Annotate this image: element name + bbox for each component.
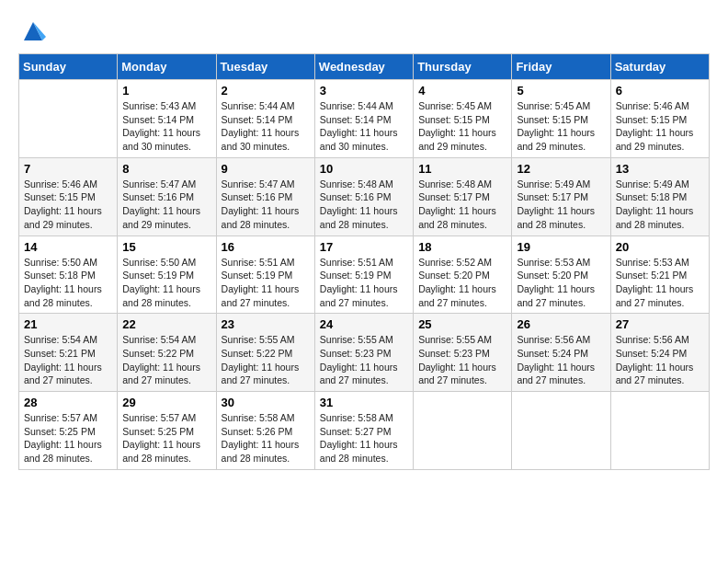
day-info: Sunrise: 5:47 AM Sunset: 5:16 PM Dayligh…: [222, 178, 310, 232]
day-number: 2: [222, 84, 310, 98]
day-info: Sunrise: 5:46 AM Sunset: 5:15 PM Dayligh…: [24, 178, 112, 232]
day-info: Sunrise: 5:57 AM Sunset: 5:25 PM Dayligh…: [24, 411, 112, 465]
day-number: 3: [320, 84, 408, 98]
calendar-cell: 27Sunrise: 5:56 AM Sunset: 5:24 PM Dayli…: [610, 314, 709, 392]
day-number: 13: [616, 162, 704, 176]
calendar-cell: 4Sunrise: 5:45 AM Sunset: 5:15 PM Daylig…: [414, 80, 512, 158]
calendar-cell: 29Sunrise: 5:57 AM Sunset: 5:25 PM Dayli…: [118, 392, 216, 470]
day-info: Sunrise: 5:48 AM Sunset: 5:17 PM Dayligh…: [418, 178, 506, 232]
header-saturday: Saturday: [610, 54, 709, 80]
day-info: Sunrise: 5:45 AM Sunset: 5:15 PM Dayligh…: [517, 99, 605, 154]
day-info: Sunrise: 5:49 AM Sunset: 5:17 PM Dayligh…: [517, 178, 605, 232]
day-number: 29: [122, 396, 210, 409]
day-number: 24: [320, 317, 408, 331]
header-monday: Monday: [118, 54, 216, 80]
calendar-cell: 18Sunrise: 5:52 AM Sunset: 5:20 PM Dayli…: [414, 236, 512, 314]
day-number: 8: [122, 162, 210, 176]
day-number: 28: [24, 396, 112, 409]
day-number: 6: [616, 84, 704, 98]
calendar-cell: 13Sunrise: 5:49 AM Sunset: 5:18 PM Dayli…: [610, 157, 709, 236]
calendar-cell: [512, 392, 610, 470]
day-info: Sunrise: 5:54 AM Sunset: 5:21 PM Dayligh…: [24, 333, 112, 387]
day-number: 17: [320, 240, 408, 254]
day-info: Sunrise: 5:56 AM Sunset: 5:24 PM Dayligh…: [616, 333, 704, 387]
calendar-cell: 5Sunrise: 5:45 AM Sunset: 5:15 PM Daylig…: [512, 80, 610, 158]
day-info: Sunrise: 5:58 AM Sunset: 5:26 PM Dayligh…: [222, 411, 310, 465]
day-number: 9: [222, 162, 310, 176]
calendar-week-3: 14Sunrise: 5:50 AM Sunset: 5:18 PM Dayli…: [19, 236, 710, 314]
header-tuesday: Tuesday: [216, 54, 314, 80]
day-number: 5: [517, 84, 605, 98]
calendar-header-row: SundayMondayTuesdayWednesdayThursdayFrid…: [19, 54, 710, 80]
day-info: Sunrise: 5:53 AM Sunset: 5:21 PM Dayligh…: [616, 256, 704, 310]
day-info: Sunrise: 5:51 AM Sunset: 5:19 PM Dayligh…: [222, 256, 310, 310]
header: [18, 18, 710, 44]
calendar-cell: 12Sunrise: 5:49 AM Sunset: 5:17 PM Dayli…: [512, 157, 610, 236]
header-sunday: Sunday: [19, 54, 118, 80]
day-info: Sunrise: 5:46 AM Sunset: 5:15 PM Dayligh…: [616, 99, 704, 154]
calendar-cell: 7Sunrise: 5:46 AM Sunset: 5:15 PM Daylig…: [19, 157, 118, 236]
calendar-cell: 11Sunrise: 5:48 AM Sunset: 5:17 PM Dayli…: [414, 157, 512, 236]
day-number: 26: [517, 317, 605, 331]
calendar-cell: 10Sunrise: 5:48 AM Sunset: 5:16 PM Dayli…: [314, 157, 413, 236]
calendar-cell: 24Sunrise: 5:55 AM Sunset: 5:23 PM Dayli…: [314, 314, 413, 392]
calendar-cell: 23Sunrise: 5:55 AM Sunset: 5:22 PM Dayli…: [216, 314, 314, 392]
day-info: Sunrise: 5:45 AM Sunset: 5:15 PM Dayligh…: [418, 99, 506, 154]
day-info: Sunrise: 5:58 AM Sunset: 5:27 PM Dayligh…: [320, 411, 408, 465]
day-number: 10: [320, 162, 408, 176]
calendar-cell: 17Sunrise: 5:51 AM Sunset: 5:19 PM Dayli…: [314, 236, 413, 314]
day-info: Sunrise: 5:50 AM Sunset: 5:19 PM Dayligh…: [122, 256, 210, 310]
day-number: 4: [418, 84, 506, 98]
calendar-cell: 6Sunrise: 5:46 AM Sunset: 5:15 PM Daylig…: [610, 80, 709, 158]
day-info: Sunrise: 5:44 AM Sunset: 5:14 PM Dayligh…: [320, 99, 408, 154]
header-friday: Friday: [512, 54, 610, 80]
day-number: 25: [418, 317, 506, 331]
day-number: 11: [418, 162, 506, 176]
calendar-cell: 21Sunrise: 5:54 AM Sunset: 5:21 PM Dayli…: [19, 314, 118, 392]
day-info: Sunrise: 5:55 AM Sunset: 5:23 PM Dayligh…: [418, 333, 506, 387]
calendar-cell: 1Sunrise: 5:43 AM Sunset: 5:14 PM Daylig…: [118, 80, 216, 158]
calendar-cell: 25Sunrise: 5:55 AM Sunset: 5:23 PM Dayli…: [414, 314, 512, 392]
calendar-cell: 28Sunrise: 5:57 AM Sunset: 5:25 PM Dayli…: [19, 392, 118, 470]
day-info: Sunrise: 5:56 AM Sunset: 5:24 PM Dayligh…: [517, 333, 605, 387]
day-number: 23: [222, 317, 310, 331]
day-info: Sunrise: 5:51 AM Sunset: 5:19 PM Dayligh…: [320, 256, 408, 310]
calendar-cell: 16Sunrise: 5:51 AM Sunset: 5:19 PM Dayli…: [216, 236, 314, 314]
day-number: 12: [517, 162, 605, 176]
day-number: 31: [320, 396, 408, 409]
day-info: Sunrise: 5:52 AM Sunset: 5:20 PM Dayligh…: [418, 256, 506, 310]
day-number: 15: [122, 240, 210, 254]
day-info: Sunrise: 5:53 AM Sunset: 5:20 PM Dayligh…: [517, 256, 605, 310]
day-number: 20: [616, 240, 704, 254]
calendar-week-2: 7Sunrise: 5:46 AM Sunset: 5:15 PM Daylig…: [19, 157, 710, 236]
day-number: 30: [222, 396, 310, 409]
day-info: Sunrise: 5:57 AM Sunset: 5:25 PM Dayligh…: [122, 411, 210, 465]
day-number: 14: [24, 240, 112, 254]
day-info: Sunrise: 5:50 AM Sunset: 5:18 PM Dayligh…: [24, 256, 112, 310]
calendar-cell: 26Sunrise: 5:56 AM Sunset: 5:24 PM Dayli…: [512, 314, 610, 392]
logo: [18, 18, 46, 44]
calendar-cell: 30Sunrise: 5:58 AM Sunset: 5:26 PM Dayli…: [216, 392, 314, 470]
day-number: 27: [616, 317, 704, 331]
day-info: Sunrise: 5:55 AM Sunset: 5:22 PM Dayligh…: [222, 333, 310, 387]
calendar-cell: 19Sunrise: 5:53 AM Sunset: 5:20 PM Dayli…: [512, 236, 610, 314]
calendar-cell: 9Sunrise: 5:47 AM Sunset: 5:16 PM Daylig…: [216, 157, 314, 236]
day-number: 21: [24, 317, 112, 331]
page-container: SundayMondayTuesdayWednesdayThursdayFrid…: [18, 18, 710, 470]
calendar-cell: [19, 80, 118, 158]
day-info: Sunrise: 5:48 AM Sunset: 5:16 PM Dayligh…: [320, 178, 408, 232]
calendar-week-5: 28Sunrise: 5:57 AM Sunset: 5:25 PM Dayli…: [19, 392, 710, 470]
calendar-cell: 3Sunrise: 5:44 AM Sunset: 5:14 PM Daylig…: [314, 80, 413, 158]
calendar-week-4: 21Sunrise: 5:54 AM Sunset: 5:21 PM Dayli…: [19, 314, 710, 392]
calendar-cell: 15Sunrise: 5:50 AM Sunset: 5:19 PM Dayli…: [118, 236, 216, 314]
day-number: 18: [418, 240, 506, 254]
day-info: Sunrise: 5:55 AM Sunset: 5:23 PM Dayligh…: [320, 333, 408, 387]
day-info: Sunrise: 5:47 AM Sunset: 5:16 PM Dayligh…: [122, 178, 210, 232]
calendar-cell: 22Sunrise: 5:54 AM Sunset: 5:22 PM Dayli…: [118, 314, 216, 392]
day-info: Sunrise: 5:54 AM Sunset: 5:22 PM Dayligh…: [122, 333, 210, 387]
calendar-cell: [610, 392, 709, 470]
day-info: Sunrise: 5:44 AM Sunset: 5:14 PM Dayligh…: [222, 99, 310, 154]
day-number: 16: [222, 240, 310, 254]
calendar-cell: 31Sunrise: 5:58 AM Sunset: 5:27 PM Dayli…: [314, 392, 413, 470]
day-info: Sunrise: 5:49 AM Sunset: 5:18 PM Dayligh…: [616, 178, 704, 232]
